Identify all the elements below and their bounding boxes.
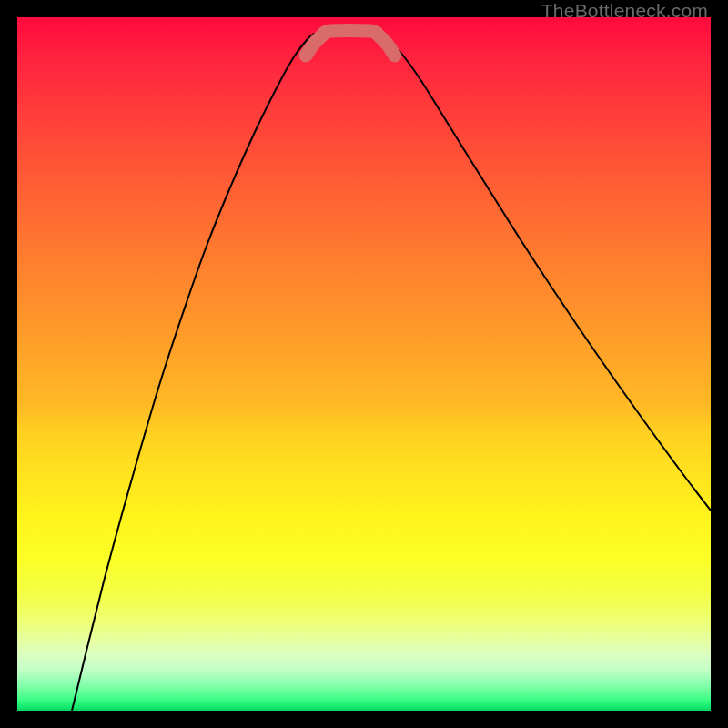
highlight-band-path [306, 30, 395, 56]
left-curve-path [72, 34, 314, 711]
curve-layer [17, 17, 711, 711]
plot-area [17, 17, 711, 711]
watermark-text: TheBottleneck.com [541, 0, 708, 22]
right-curve-path [381, 34, 711, 511]
chart-frame: TheBottleneck.com [0, 0, 728, 728]
